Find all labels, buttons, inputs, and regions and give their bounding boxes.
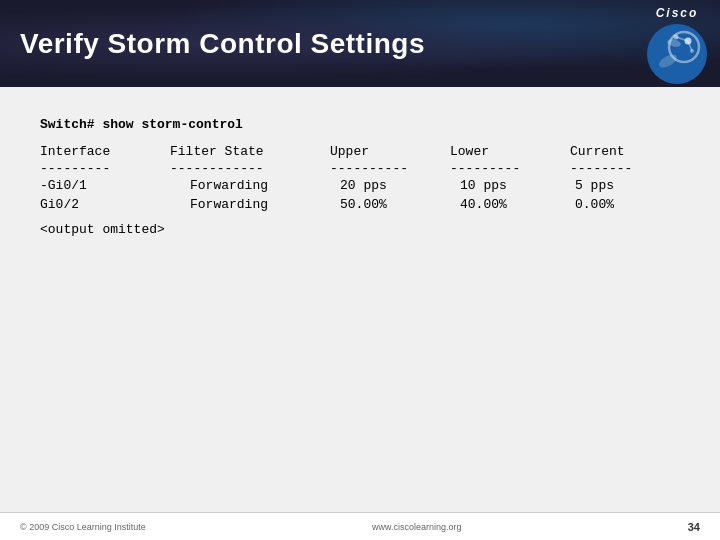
table-header-row: Interface Filter State Upper Lower Curre… <box>40 144 680 159</box>
table-row: Gi0/2 Forwarding 50.00% 40.00% 0.00% <box>40 197 680 212</box>
col-header-current: Current <box>570 144 680 159</box>
output-omitted-note: <output omitted> <box>40 222 680 237</box>
cell-current-1: 0.00% <box>570 197 680 212</box>
cell-lower-1: 40.00% <box>450 197 570 212</box>
col-header-lower: Lower <box>450 144 570 159</box>
sep-current: -------- <box>570 161 680 176</box>
cell-lower-0: 10 pps <box>450 178 570 193</box>
storm-control-table: Interface Filter State Upper Lower Curre… <box>40 144 680 212</box>
cell-interface-0: -Gi0/1 <box>40 178 170 193</box>
table-separator-row: --------- ------------ ---------- ------… <box>40 161 680 176</box>
cisco-text: Cisco <box>656 6 699 20</box>
terminal-output: Switch# show storm-control Interface Fil… <box>40 117 680 237</box>
col-header-upper: Upper <box>330 144 450 159</box>
footer-copyright: © 2009 Cisco Learning Institute <box>20 522 146 532</box>
command-line: Switch# show storm-control <box>40 117 680 132</box>
col-header-filter: Filter State <box>170 144 330 159</box>
sep-filter: ------------ <box>170 161 330 176</box>
slide-content: Switch# show storm-control Interface Fil… <box>0 87 720 540</box>
slide-title: Verify Storm Control Settings <box>20 28 425 60</box>
cell-upper-1: 50.00% <box>330 197 450 212</box>
table-row: -Gi0/1 Forwarding 20 pps 10 pps 5 pps <box>40 178 680 193</box>
cell-upper-0: 20 pps <box>330 178 450 193</box>
slide-footer: © 2009 Cisco Learning Institute www.cisc… <box>0 512 720 540</box>
footer-website: www.ciscolearning.org <box>372 522 462 532</box>
learning-logo-icon <box>646 23 708 85</box>
cell-current-0: 5 pps <box>570 178 680 193</box>
col-header-interface: Interface <box>40 144 170 159</box>
cell-filter-1: Forwarding <box>170 197 330 212</box>
sep-interface: --------- <box>40 161 170 176</box>
sep-upper: ---------- <box>330 161 450 176</box>
sep-lower: --------- <box>450 161 570 176</box>
slide-header: Verify Storm Control Settings Cisco Lear… <box>0 0 720 87</box>
cell-interface-1: Gi0/2 <box>40 197 170 212</box>
footer-page-number: 34 <box>688 521 700 533</box>
cell-filter-0: Forwarding <box>170 178 330 193</box>
